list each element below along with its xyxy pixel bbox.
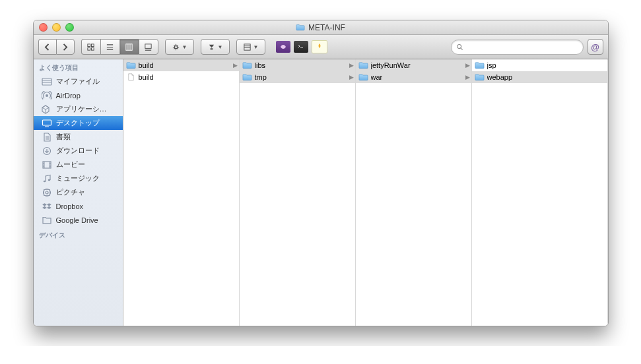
- airdrop-icon: [42, 91, 52, 100]
- close-button[interactable]: [39, 23, 48, 32]
- action-menu-button[interactable]: ▼: [165, 39, 194, 55]
- window-controls: [39, 23, 74, 32]
- sidebar-item-label: 書類: [56, 132, 71, 142]
- file-row[interactable]: build▶: [123, 59, 239, 71]
- sidebar-item-dropbox[interactable]: Dropbox: [34, 199, 123, 213]
- folder-icon: [358, 61, 368, 69]
- folder-icon: [242, 61, 252, 69]
- app-shortcut-icon-3[interactable]: [312, 40, 327, 53]
- file-row[interactable]: war▶: [356, 71, 471, 83]
- back-button[interactable]: [38, 39, 56, 55]
- file-name: build: [139, 73, 238, 81]
- search-input[interactable]: [466, 42, 578, 51]
- folder-icon: [296, 24, 305, 31]
- file-name: tmp: [255, 73, 347, 81]
- disclosure-arrow-icon: ▶: [349, 74, 354, 80]
- search-icon: [456, 44, 463, 51]
- file-row[interactable]: tmp▶: [240, 71, 355, 83]
- sidebar-item-label: ダウンロード: [56, 146, 100, 156]
- dropbox-icon: [42, 202, 52, 211]
- sidebar-item-movies[interactable]: ムービー: [34, 158, 123, 171]
- music-icon: [42, 174, 52, 183]
- file-row[interactable]: jettyRunWar▶: [356, 59, 471, 71]
- list-view-button[interactable]: [100, 39, 119, 55]
- column-browser: build▶buildlibs▶tmp▶jettyRunWar▶war▶jspw…: [123, 59, 608, 326]
- nav-buttons: [38, 39, 75, 55]
- sidebar-item-gdrive[interactable]: Google Drive: [34, 213, 123, 227]
- file-row[interactable]: jsp: [472, 59, 607, 71]
- column-2[interactable]: jettyRunWar▶war▶: [356, 59, 472, 326]
- file-name: war: [371, 73, 463, 81]
- sidebar: よく使う項目 マイファイルAirDropアプリケーシ…デスクトップ書類ダウンロー…: [34, 59, 123, 326]
- pictures-icon: [42, 188, 52, 197]
- coverflow-view-button[interactable]: [139, 39, 158, 55]
- window-title-text: META-INF: [308, 23, 345, 32]
- file-icon: [126, 73, 136, 81]
- app-shortcut-icon-1[interactable]: [276, 41, 290, 53]
- folder-icon: [475, 73, 485, 81]
- sidebar-favorites-header: よく使う項目: [34, 59, 123, 75]
- folder-icon: [475, 61, 485, 69]
- folder-icon: [126, 61, 136, 69]
- sidebar-item-label: Google Drive: [56, 216, 98, 224]
- sidebar-item-allmyfiles[interactable]: マイファイル: [34, 75, 123, 88]
- sidebar-item-label: ピクチャ: [56, 187, 85, 197]
- column-view-button[interactable]: [119, 39, 139, 55]
- sidebar-item-label: AirDrop: [56, 92, 81, 100]
- disclosure-arrow-icon: ▶: [349, 62, 354, 69]
- file-name: build: [139, 61, 230, 69]
- file-name: webapp: [487, 73, 606, 81]
- window-title: META-INF: [34, 23, 608, 32]
- downloads-icon: [42, 146, 52, 156]
- sidebar-item-label: アプリケーシ…: [56, 104, 107, 114]
- sidebar-devices-header: デバイス: [34, 227, 123, 242]
- sidebar-item-label: ミュージック: [56, 173, 100, 183]
- sidebar-item-pictures[interactable]: ピクチャ: [34, 185, 123, 199]
- search-field[interactable]: [451, 40, 584, 55]
- zoom-button[interactable]: [65, 23, 74, 32]
- column-0[interactable]: build▶build: [123, 59, 240, 326]
- file-row[interactable]: libs▶: [240, 59, 355, 71]
- icon-view-button[interactable]: [81, 39, 100, 55]
- disclosure-arrow-icon: ▶: [465, 62, 470, 69]
- disclosure-arrow-icon: ▶: [465, 74, 470, 80]
- docs-icon: [42, 133, 52, 142]
- file-name: jettyRunWar: [371, 61, 463, 69]
- column-3[interactable]: jspwebapp: [472, 59, 608, 326]
- desktop-icon: [42, 119, 52, 128]
- movies-icon: [42, 160, 52, 169]
- toolbar-app-icons: [276, 40, 327, 53]
- search-area: @: [451, 39, 603, 55]
- dropbox-menu-button[interactable]: ▼: [201, 39, 230, 55]
- sidebar-item-downloads[interactable]: ダウンロード: [34, 144, 123, 158]
- apps-icon: [42, 105, 52, 114]
- folder-icon: [358, 73, 368, 81]
- body: よく使う項目 マイファイルAirDropアプリケーシ…デスクトップ書類ダウンロー…: [34, 59, 608, 326]
- forward-button[interactable]: [56, 39, 75, 55]
- file-name: jsp: [487, 61, 606, 69]
- sidebar-item-label: マイファイル: [56, 76, 100, 86]
- disclosure-arrow-icon: ▶: [233, 62, 238, 69]
- minimize-button[interactable]: [52, 23, 61, 32]
- sidebar-item-apps[interactable]: アプリケーシ…: [34, 102, 123, 116]
- help-button[interactable]: @: [588, 39, 603, 55]
- sidebar-item-label: Dropbox: [56, 202, 84, 210]
- sidebar-item-music[interactable]: ミュージック: [34, 171, 123, 185]
- sidebar-item-desktop[interactable]: デスクトップ: [34, 116, 123, 130]
- sidebar-item-airdrop[interactable]: AirDrop: [34, 88, 123, 102]
- folder-icon: [242, 73, 252, 81]
- toolbar: ▼ ▼ ▼ @: [34, 35, 608, 59]
- file-name: libs: [255, 61, 347, 69]
- column-1[interactable]: libs▶tmp▶: [240, 59, 356, 326]
- gdrive-icon: [42, 216, 52, 225]
- file-row[interactable]: webapp: [472, 71, 607, 83]
- arrange-menu-button[interactable]: ▼: [236, 39, 265, 55]
- sidebar-item-docs[interactable]: 書類: [34, 130, 123, 144]
- titlebar[interactable]: META-INF: [34, 20, 608, 35]
- sidebar-item-label: ムービー: [56, 160, 85, 169]
- terminal-icon[interactable]: [294, 41, 308, 53]
- finder-window: META-INF ▼ ▼ ▼ @ よく使う項目 マイファイルAirDropアプリ…: [33, 20, 609, 326]
- allmyfiles-icon: [42, 77, 52, 86]
- file-row[interactable]: build: [123, 71, 239, 83]
- sidebar-item-label: デスクトップ: [56, 118, 100, 128]
